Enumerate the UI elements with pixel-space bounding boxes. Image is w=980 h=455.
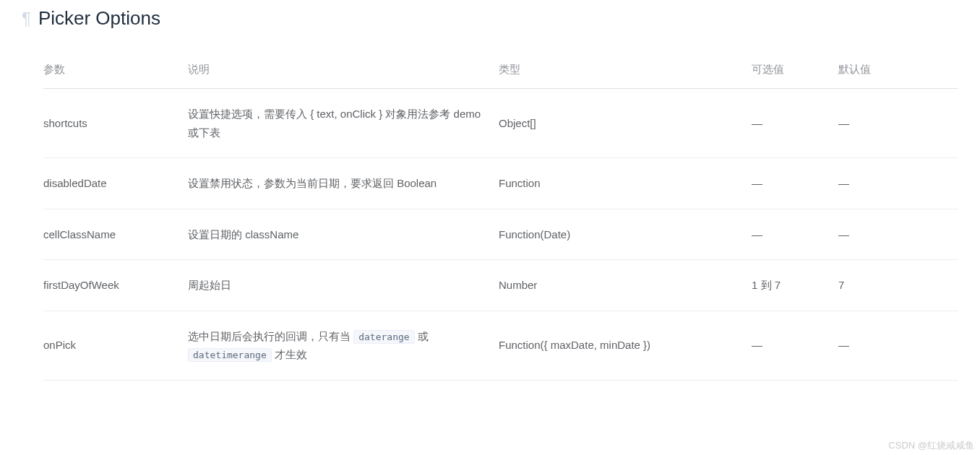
table-row: disabledDate 设置禁用状态，参数为当前日期，要求返回 Boolean…: [43, 158, 958, 209]
table-row: cellClassName 设置日期的 className Function(D…: [43, 209, 958, 260]
cell-options: —: [752, 311, 838, 380]
cell-type: Number: [499, 260, 752, 311]
table-wrapper: 参数 说明 类型 可选值 默认值 shortcuts 设置快捷选项，需要传入 {…: [22, 51, 958, 381]
cell-options: —: [752, 209, 838, 260]
page-container: ¶ Picker Options 参数 说明 类型 可选值 默认值: [0, 0, 980, 381]
cell-param: cellClassName: [43, 209, 188, 260]
cell-desc: 周起始日: [188, 260, 499, 311]
cell-options: —: [752, 158, 838, 209]
table-row: shortcuts 设置快捷选项，需要传入 { text, onClick } …: [43, 89, 958, 158]
cell-default: 7: [838, 260, 958, 311]
cell-options: —: [752, 89, 838, 158]
cell-param: onPick: [43, 311, 188, 380]
table-header-row: 参数 说明 类型 可选值 默认值: [43, 51, 958, 89]
code-inline: daterange: [353, 330, 414, 344]
section-title: Picker Options: [38, 7, 160, 30]
cell-desc: 设置快捷选项，需要传入 { text, onClick } 对象用法参考 dem…: [188, 89, 499, 158]
cell-type: Function({ maxDate, minDate }): [499, 311, 752, 380]
cell-default: —: [838, 158, 958, 209]
cell-type: Function(Date): [499, 209, 752, 260]
cell-param: disabledDate: [43, 158, 188, 209]
desc-text: 才生效: [272, 348, 307, 360]
watermark: CSDN @红烧咸咸鱼: [888, 439, 974, 452]
desc-text: 或: [415, 330, 429, 342]
cell-desc: 选中日期后会执行的回调，只有当 daterange 或 datetimerang…: [188, 311, 499, 380]
cell-default: —: [838, 89, 958, 158]
cell-type: Function: [499, 158, 752, 209]
cell-type: Object[]: [499, 89, 752, 158]
pilcrow-icon: ¶: [22, 9, 31, 29]
cell-param: shortcuts: [43, 89, 188, 158]
desc-text: 选中日期后会执行的回调，只有当: [188, 330, 353, 342]
header-default: 默认值: [838, 51, 958, 89]
section-heading: ¶ Picker Options: [22, 7, 958, 30]
table-row: onPick 选中日期后会执行的回调，只有当 daterange 或 datet…: [43, 311, 958, 380]
header-options: 可选值: [752, 51, 838, 89]
table-row: firstDayOfWeek 周起始日 Number 1 到 7 7: [43, 260, 958, 311]
cell-default: —: [838, 209, 958, 260]
cell-default: —: [838, 311, 958, 380]
header-type: 类型: [499, 51, 752, 89]
header-desc: 说明: [188, 51, 499, 89]
cell-param: firstDayOfWeek: [43, 260, 188, 311]
cell-desc: 设置日期的 className: [188, 209, 499, 260]
options-table: 参数 说明 类型 可选值 默认值 shortcuts 设置快捷选项，需要传入 {…: [43, 51, 958, 381]
cell-desc: 设置禁用状态，参数为当前日期，要求返回 Boolean: [188, 158, 499, 209]
cell-options: 1 到 7: [752, 260, 838, 311]
code-inline: datetimerange: [188, 348, 272, 362]
header-param: 参数: [43, 51, 188, 89]
